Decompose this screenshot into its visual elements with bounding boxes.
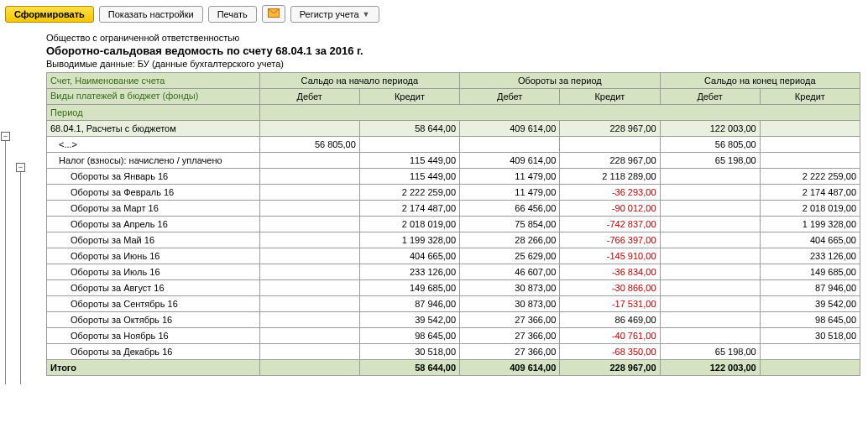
cell-value [259,248,359,264]
cell-value: 409 614,00 [460,153,560,169]
cell-value: -36 293,00 [560,185,660,201]
table-row[interactable]: Обороты за Декабрь 1630 518,0027 366,00-… [47,344,860,360]
cell-value: 39 542,00 [359,312,459,328]
cell-value: 228 967,00 [560,360,660,376]
cell-value: 409 614,00 [460,360,560,376]
table-row[interactable]: Обороты за Ноябрь 1698 645,0027 366,00-4… [47,328,860,344]
table-row[interactable]: Обороты за Март 162 174 487,0066 456,00-… [47,201,860,217]
cell-value: 115 449,00 [359,169,459,185]
col-open-debit: Дебет [259,89,359,105]
cell-value: 2 222 259,00 [359,185,459,201]
cell-value: 122 003,00 [660,121,760,137]
cell-value: -36 834,00 [560,264,660,280]
cell-value [259,280,359,296]
cell-value: 27 366,00 [460,312,560,328]
tree-toggle[interactable]: − [1,132,10,141]
cell-value: 30 873,00 [460,280,560,296]
table-row[interactable]: Обороты за Май 161 199 328,0028 266,00-7… [47,232,860,248]
report-subtitle: Выводимые данные: БУ (данные бухгалтерск… [46,59,860,69]
row-label: Обороты за Сентябрь 16 [47,296,260,312]
cell-value: 65 198,00 [660,153,760,169]
cell-value [760,137,860,153]
cell-value: -90 012,00 [560,201,660,217]
report-area: − − Общество с ограниченной ответственно… [0,33,868,384]
cell-value [259,296,359,312]
settings-button[interactable]: Показать настройки [99,6,203,23]
cell-value: 2 222 259,00 [760,169,860,185]
form-button[interactable]: Сформировать [5,6,94,23]
table-row[interactable]: Обороты за Апрель 162 018 019,0075 854,0… [47,217,860,232]
report-table: Счет, Наименование счета Сальдо на начал… [46,72,860,376]
table-row[interactable]: Обороты за Январь 16115 449,0011 479,002… [47,169,860,185]
print-button[interactable]: Печать [208,6,257,23]
row-label: <...> [47,137,260,153]
row-label: 68.04.1, Расчеты с бюджетом [47,121,260,137]
total-label: Итого [47,360,260,376]
col-turn-debit: Дебет [460,89,560,105]
cell-value: 1 199 328,00 [359,232,459,248]
cell-value [359,137,459,153]
cell-value [660,169,760,185]
cell-value: 409 614,00 [460,121,560,137]
cell-value [259,217,359,232]
table-row[interactable]: Обороты за Октябрь 1639 542,0027 366,008… [47,312,860,328]
cell-value: 39 542,00 [760,296,860,312]
cell-value: 27 366,00 [460,344,560,360]
cell-value [560,137,660,153]
table-row[interactable]: Обороты за Сентябрь 1687 946,0030 873,00… [47,296,860,312]
row-label: Обороты за Январь 16 [47,169,260,185]
cell-value: -766 397,00 [560,232,660,248]
cell-value [259,312,359,328]
cell-value [660,185,760,201]
cell-value [660,201,760,217]
cell-value: 98 645,00 [359,328,459,344]
row-label: Обороты за Март 16 [47,201,260,217]
row-label: Обороты за Ноябрь 16 [47,328,260,344]
col-types: Виды платежей в бюджет (фонды) [47,89,260,105]
cell-value [660,217,760,232]
table-row[interactable]: Обороты за Февраль 162 222 259,0011 479,… [47,185,860,201]
cell-value: 58 644,00 [359,121,459,137]
cell-value: 1 199 328,00 [760,217,860,232]
cell-value: 25 629,00 [460,248,560,264]
tree-toggle[interactable]: − [16,163,25,172]
row-label: Обороты за Декабрь 16 [47,344,260,360]
cell-value [259,328,359,344]
cell-value [259,153,359,169]
table-row[interactable]: Обороты за Июнь 16404 665,0025 629,00-14… [47,248,860,264]
row-label: Обороты за Июль 16 [47,264,260,280]
register-button[interactable]: Регистр учета ▼ [290,6,379,23]
col-period: Период [47,105,260,121]
cell-value: 404 665,00 [760,232,860,248]
mail-button[interactable] [262,5,285,23]
row-label: Обороты за Февраль 16 [47,185,260,201]
toolbar: Сформировать Показать настройки Печать Р… [0,0,868,28]
row-label: Налог (взносы): начислено / уплачено [47,153,260,169]
col-close-credit: Кредит [760,89,860,105]
cell-value [660,312,760,328]
col-close: Сальдо на конец периода [660,73,860,89]
cell-value: 30 518,00 [760,328,860,344]
cell-value: 30 518,00 [359,344,459,360]
table-row[interactable]: <...>56 805,0056 805,00 [47,137,860,153]
cell-value [660,280,760,296]
cell-value: 56 805,00 [660,137,760,153]
cell-value [259,232,359,248]
cell-value [760,360,860,376]
row-label: Обороты за Июнь 16 [47,248,260,264]
cell-value [660,232,760,248]
cell-value: 87 946,00 [760,280,860,296]
table-row[interactable]: 68.04.1, Расчеты с бюджетом58 644,00409 … [47,121,860,137]
table-row[interactable]: Налог (взносы): начислено / уплачено115 … [47,153,860,169]
col-open: Сальдо на начало периода [259,73,459,89]
col-open-credit: Кредит [359,89,459,105]
cell-value: 149 685,00 [359,280,459,296]
cell-value [660,248,760,264]
cell-value: 58 644,00 [359,360,459,376]
table-row[interactable]: Обороты за Август 16149 685,0030 873,00-… [47,280,860,296]
cell-value [259,264,359,280]
cell-value: 75 854,00 [460,217,560,232]
cell-value: 2 018 019,00 [760,201,860,217]
table-row[interactable]: Обороты за Июль 16233 126,0046 607,00-36… [47,264,860,280]
cell-value [760,344,860,360]
